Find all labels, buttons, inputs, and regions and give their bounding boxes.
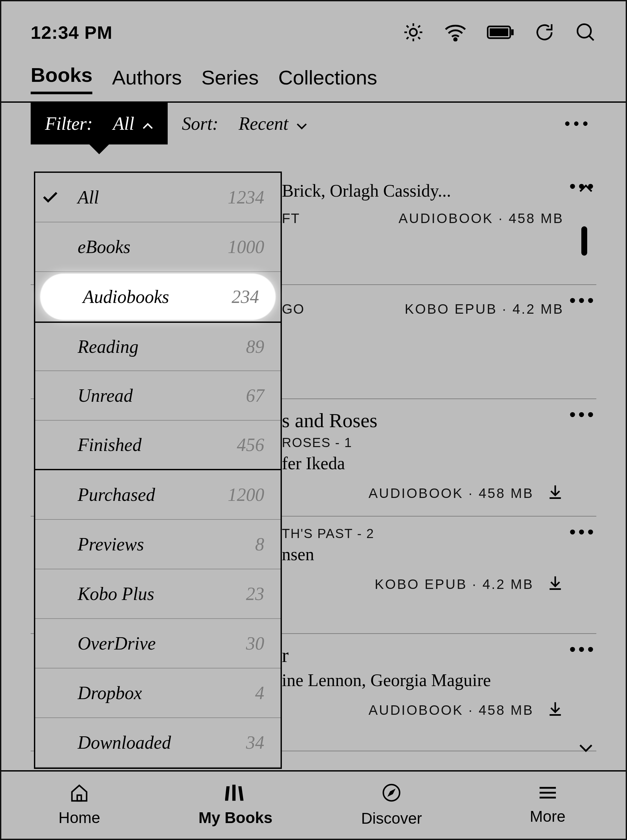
search-icon[interactable] bbox=[575, 22, 596, 43]
svg-point-9 bbox=[454, 38, 457, 41]
filter-option-unread[interactable]: Unread67 bbox=[35, 371, 280, 421]
book-right-meta: AUDIOBOOK · 458 MB bbox=[369, 483, 564, 503]
svg-marker-26 bbox=[389, 790, 394, 795]
book-narrator: fer Ikeda bbox=[282, 453, 564, 473]
wifi-icon[interactable] bbox=[444, 23, 467, 41]
book-narrator: nsen bbox=[282, 544, 564, 565]
filter-value: All bbox=[113, 113, 134, 134]
filter-option-downloaded[interactable]: Downloaded34 bbox=[35, 718, 280, 768]
book-overflow-icon[interactable]: ••• bbox=[569, 404, 596, 425]
filter-button[interactable]: Filter: All bbox=[31, 103, 168, 145]
filter-option-previews[interactable]: Previews8 bbox=[35, 520, 280, 569]
nav-my-books[interactable]: My Books bbox=[158, 772, 314, 839]
filter-dropdown: All1234eBooks1000Audiobooks234Reading89U… bbox=[34, 171, 282, 769]
book-series: TH'S PAST - 2 bbox=[282, 526, 564, 541]
book-left-meta: FT bbox=[282, 211, 300, 226]
nav-label: Home bbox=[58, 809, 100, 827]
menu-icon bbox=[538, 785, 558, 804]
sync-icon[interactable] bbox=[534, 22, 555, 43]
clock: 12:34 PM bbox=[31, 22, 113, 43]
filter-option-finished[interactable]: Finished456 bbox=[35, 421, 280, 470]
book-right-meta: KOBO EPUB · 4.2 MB bbox=[375, 574, 564, 595]
filter-option-count: 4 bbox=[255, 683, 264, 703]
filter-option-overdrive[interactable]: OverDrive30 bbox=[35, 619, 280, 669]
filter-option-count: 456 bbox=[237, 434, 264, 455]
filter-option-label: Audiobooks bbox=[83, 286, 232, 307]
device-screen: 12:34 PM Books Authors Series Collection… bbox=[0, 0, 627, 840]
filter-option-purchased[interactable]: Purchased1200 bbox=[35, 470, 280, 520]
overflow-icon[interactable]: ••• bbox=[564, 113, 596, 134]
filter-option-label: Previews bbox=[78, 534, 255, 555]
status-bar: 12:34 PM bbox=[1, 1, 626, 63]
nav-label: My Books bbox=[198, 809, 273, 827]
brightness-icon[interactable] bbox=[403, 22, 424, 43]
filter-option-count: 30 bbox=[246, 633, 264, 654]
nav-more[interactable]: More bbox=[470, 772, 626, 839]
download-icon[interactable] bbox=[547, 483, 564, 503]
scroll-down-icon[interactable] bbox=[579, 744, 593, 754]
scroll-up-icon[interactable] bbox=[579, 184, 593, 194]
library-tabs: Books Authors Series Collections bbox=[1, 63, 626, 103]
filter-option-kobo-plus[interactable]: Kobo Plus23 bbox=[35, 569, 280, 619]
tab-authors[interactable]: Authors bbox=[112, 66, 182, 94]
svg-point-13 bbox=[577, 24, 591, 38]
filter-option-count: 89 bbox=[246, 336, 264, 357]
book-narrator: Brick, Orlagh Cassidy... bbox=[282, 181, 564, 201]
filter-option-reading[interactable]: Reading89 bbox=[35, 321, 280, 371]
sort-button[interactable]: Sort: Recent bbox=[168, 103, 321, 145]
svg-rect-11 bbox=[490, 28, 508, 36]
svg-line-6 bbox=[418, 37, 420, 39]
book-right-meta: AUDIOBOOK · 458 MB bbox=[399, 211, 564, 226]
book-left-meta: GO bbox=[282, 301, 304, 317]
filter-option-label: Dropbox bbox=[78, 683, 255, 703]
svg-rect-12 bbox=[511, 29, 514, 35]
svg-line-5 bbox=[406, 25, 408, 27]
book-right-meta: KOBO EPUB · 4.2 MB bbox=[405, 301, 564, 317]
book-overflow-icon[interactable]: ••• bbox=[569, 521, 596, 542]
svg-rect-24 bbox=[238, 786, 243, 801]
book-title: r bbox=[282, 644, 564, 667]
nav-home[interactable]: Home bbox=[1, 772, 158, 839]
tab-series[interactable]: Series bbox=[201, 66, 259, 94]
home-icon bbox=[69, 783, 89, 805]
chevron-up-icon bbox=[142, 113, 153, 134]
nav-label: Discover bbox=[361, 809, 422, 827]
svg-rect-23 bbox=[232, 785, 236, 801]
filter-option-ebooks[interactable]: eBooks1000 bbox=[35, 222, 280, 272]
books-icon bbox=[225, 783, 246, 805]
nav-discover[interactable]: Discover bbox=[314, 772, 470, 839]
filter-option-label: All bbox=[78, 187, 228, 208]
book-overflow-icon[interactable]: ••• bbox=[569, 289, 596, 311]
tab-books[interactable]: Books bbox=[31, 63, 92, 94]
download-icon[interactable] bbox=[547, 574, 564, 595]
download-icon[interactable] bbox=[547, 700, 564, 720]
filter-option-label: Kobo Plus bbox=[78, 584, 246, 604]
filter-option-dropbox[interactable]: Dropbox4 bbox=[35, 669, 280, 718]
book-overflow-icon[interactable]: ••• bbox=[569, 639, 596, 660]
book-series: ROSES - 1 bbox=[282, 435, 564, 450]
filter-option-label: eBooks bbox=[78, 236, 228, 257]
book-narrator: ine Lennon, Georgia Maguire bbox=[282, 670, 564, 691]
filter-option-count: 234 bbox=[232, 286, 259, 307]
filter-option-count: 23 bbox=[246, 584, 264, 604]
check-icon bbox=[42, 187, 61, 208]
filter-option-all[interactable]: All1234 bbox=[35, 173, 280, 222]
bottom-nav: Home My Books Discover More bbox=[1, 770, 626, 839]
filter-option-label: Downloaded bbox=[78, 732, 246, 753]
filter-option-audiobooks[interactable]: Audiobooks234 bbox=[41, 274, 275, 319]
filter-option-count: 1200 bbox=[228, 484, 264, 505]
svg-line-7 bbox=[406, 37, 408, 39]
sort-label: Sort: bbox=[182, 113, 219, 134]
tab-collections[interactable]: Collections bbox=[278, 66, 377, 94]
filter-option-label: Unread bbox=[78, 385, 246, 406]
battery-icon bbox=[487, 25, 514, 39]
scrollbar-thumb[interactable] bbox=[581, 226, 587, 256]
filter-option-label: Reading bbox=[78, 336, 246, 357]
filter-option-label: Purchased bbox=[78, 484, 228, 505]
filter-option-count: 8 bbox=[255, 534, 264, 555]
filter-option-count: 67 bbox=[246, 385, 264, 406]
svg-line-14 bbox=[589, 36, 594, 41]
filter-label: Filter: bbox=[45, 113, 93, 134]
filter-option-label: OverDrive bbox=[78, 633, 246, 654]
filter-option-count: 1000 bbox=[228, 236, 264, 257]
